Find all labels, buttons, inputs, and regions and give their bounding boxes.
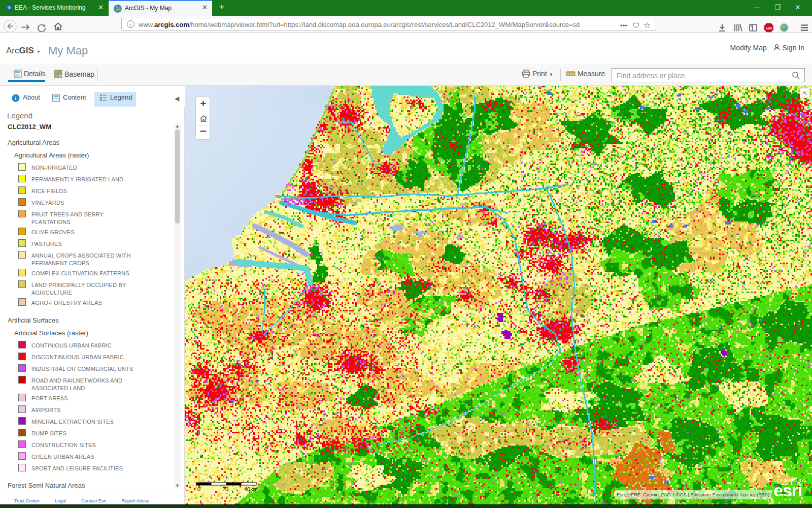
svg-text:ABP: ABP	[766, 27, 772, 30]
svg-text:20: 20	[222, 486, 228, 492]
svg-text:0: 0	[197, 486, 200, 492]
svg-text:i: i	[15, 96, 17, 101]
svg-text:40km: 40km	[244, 486, 258, 492]
